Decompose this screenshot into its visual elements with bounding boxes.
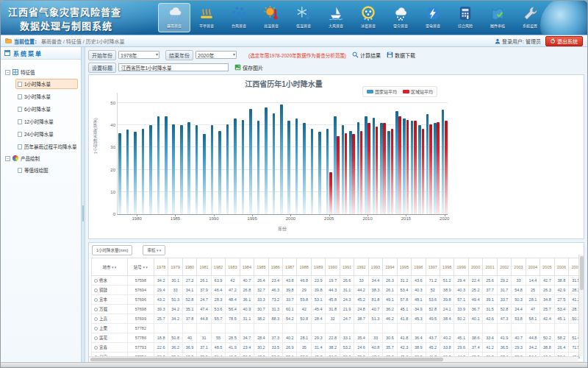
column-header-city[interactable]: 地市 ▾ ▾	[92, 258, 128, 276]
station-radio[interactable]	[94, 279, 98, 283]
sidebar-item-0-4[interactable]: 24小时降水量	[15, 129, 78, 139]
tree-node-1[interactable]: −产品绘制	[5, 155, 76, 162]
y-tick-label: 30	[104, 145, 115, 149]
body-row: 系统菜单 −特征值1小时降水量3小时降水量6小时降水量12小时降水量24小时降水…	[1, 47, 587, 363]
table-row: 上高5769925.734.237.844.855.778.531.138.28…	[92, 314, 584, 324]
expand-icon[interactable]: −	[5, 156, 10, 161]
sidebar-item-1-0[interactable]: 等值线绘图	[15, 165, 78, 175]
sort-filter-icon[interactable]: ▾ ▾	[143, 265, 147, 269]
toolbar-item-gale[interactable]: 大风普查	[320, 3, 352, 32]
value-cell	[268, 324, 282, 333]
value-cell: 38.7	[354, 314, 368, 324]
toolbar-item-snow[interactable]: 雪灾普查	[384, 3, 417, 32]
x-axis-label: 年份	[117, 225, 448, 232]
bar-national	[218, 131, 221, 214]
legend-item[interactable]: 区域站平均	[403, 88, 433, 95]
sidebar-item-label: 1小时降水量	[24, 80, 51, 88]
save-image-button[interactable]: 保存图片	[234, 64, 263, 71]
column-header-station[interactable]: 站号 ▾ ▾	[127, 258, 154, 276]
value-cell: 43.8	[283, 276, 297, 286]
value-cell: 19.7	[326, 276, 340, 286]
sidebar-item-0-5[interactable]: 历年暴雨过程平均降水量	[15, 141, 78, 152]
bar-national	[365, 116, 368, 214]
value-cell: 22.6	[154, 343, 168, 353]
bar-national	[226, 124, 229, 214]
value-cell: 38.3	[368, 286, 382, 295]
value-cell: 43.7	[426, 333, 440, 343]
value-cell: 37.4	[468, 343, 482, 353]
station-city-cell: 铜鼓	[92, 286, 128, 295]
value-cell: 52	[426, 286, 440, 295]
legend-item[interactable]: 国家站平均	[367, 88, 397, 95]
horizontal-scrollbar-thumb[interactable]	[90, 358, 443, 361]
station-radio[interactable]	[94, 336, 98, 340]
value-cell: 21.9	[340, 305, 354, 314]
value-cell	[412, 324, 426, 333]
station-radio[interactable]	[94, 289, 98, 292]
bar-national	[303, 123, 306, 214]
station-id-cell: 57699	[127, 314, 154, 324]
toolbar-item-typhoon[interactable]: 台风普查	[223, 3, 255, 32]
logout-button[interactable]: 退出系统	[545, 36, 583, 46]
toolbar-item-map-audit[interactable]: 图件审核	[481, 3, 514, 32]
toolbar-item-settings[interactable]: 系统设置	[514, 3, 546, 32]
value-cell	[211, 324, 225, 333]
value-cell: 40.7	[368, 305, 382, 314]
table-row: 万载5769839.334.235.147.453.656.440.930.73…	[92, 305, 584, 314]
station-radio[interactable]	[94, 346, 98, 350]
value-cell: 31.1	[240, 314, 254, 324]
x-tick-label: 2005	[320, 216, 338, 221]
breadcrumb[interactable]: 暴雨普查 / 特征值 / 历史1小时降水量	[41, 38, 125, 45]
station-radio[interactable]	[94, 308, 98, 311]
toolbar-item-hail[interactable]: 冰雹普查	[352, 3, 384, 32]
x-tick-label: 1980	[128, 216, 146, 221]
toolbar-item-label: 暴雨普查	[167, 23, 182, 28]
value-cell: 26.1	[383, 286, 397, 295]
bar-national	[172, 124, 175, 214]
value-cell: 25.7	[154, 314, 168, 324]
value-cell: 27.5	[554, 295, 568, 305]
toolbar-item-drought[interactable]: 干旱普查	[190, 3, 223, 32]
bar-regional	[398, 116, 401, 214]
toolbar-item-rainstorm[interactable]: 暴雨普查	[158, 3, 190, 32]
table-row: 宜春5779322.636.236.937.148.541.923.430.23…	[92, 343, 584, 353]
sidebar-item-0-2[interactable]: 6小时降水量	[15, 104, 78, 114]
download-button[interactable]: 数据下载	[387, 52, 415, 59]
sidebar-item-0-1[interactable]: 3小时降水量	[15, 91, 78, 102]
sort-filter-icon[interactable]: ▾ ▾	[112, 265, 116, 269]
bar-regional	[383, 123, 386, 214]
location-icon	[5, 38, 12, 44]
toolbar-item-low-temp[interactable]: 低温普查	[287, 3, 320, 32]
column-header-year: 1989	[311, 258, 325, 276]
value-cell: 46.4	[211, 286, 225, 295]
vertical-scrollbar[interactable]	[578, 255, 584, 356]
value-cell: 34.2	[168, 314, 182, 324]
expand-icon[interactable]: −	[5, 70, 10, 75]
start-year-select[interactable]: 1978年	[118, 51, 159, 59]
toolbar-item-risk-calc[interactable]: 综合风险	[449, 3, 481, 32]
vertical-scrollbar-thumb[interactable]	[580, 256, 584, 290]
end-year-select[interactable]: 2020年	[196, 51, 237, 59]
chart-legend[interactable]: 国家站平均区域站平均	[362, 86, 437, 97]
value-cell	[354, 324, 368, 333]
tree-node-0[interactable]: −特征值	[5, 68, 76, 76]
sidebar-item-0-3[interactable]: 12小时降水量	[15, 116, 78, 127]
toolbar-item-lightning[interactable]: 雷电普查	[417, 3, 449, 32]
value-cell: 26.4	[554, 343, 568, 353]
value-cell	[154, 324, 168, 333]
logout-label: 退出系统	[557, 38, 578, 45]
toolbar-item-label: 低温普查	[296, 23, 311, 28]
chart-title-input[interactable]	[118, 63, 229, 71]
calculate-button[interactable]: 计算结果	[352, 52, 381, 59]
station-radio[interactable]	[94, 327, 98, 330]
station-id-cell: 57793	[127, 343, 154, 353]
table-controls: 1小时降水量(mm) 审核 ▾ ▾	[89, 243, 584, 258]
station-radio[interactable]	[94, 317, 98, 321]
metric-filter-button[interactable]: 1小时降水量(mm)	[92, 245, 132, 255]
toolbar-item-high-temp[interactable]: 高温普查	[255, 3, 287, 32]
station-radio[interactable]	[94, 298, 98, 302]
horizontal-scrollbar[interactable]	[89, 356, 578, 362]
audit-dropdown[interactable]: 审核 ▾ ▾	[143, 245, 165, 255]
table-row: 铜鼓5769429.43334.137.946.447.226.832.746.…	[92, 286, 584, 295]
sidebar-item-0-0[interactable]: 1小时降水量	[15, 79, 78, 89]
